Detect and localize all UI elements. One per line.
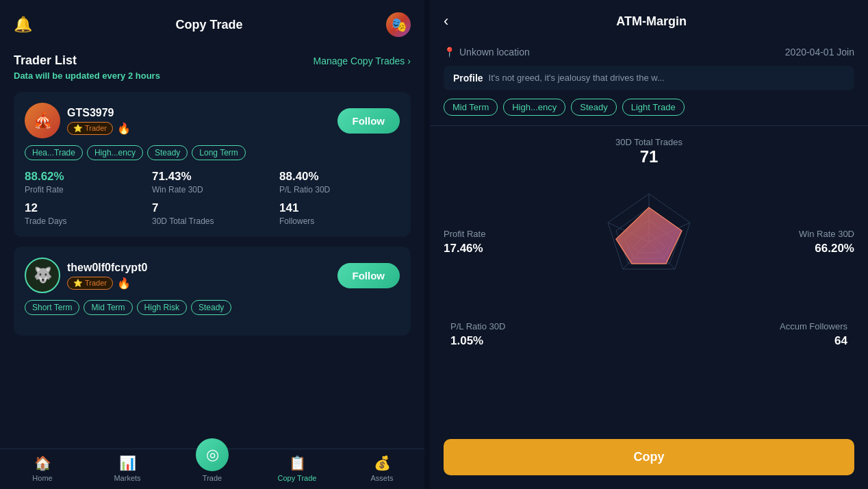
tag-high-ency-1: High...ency: [87, 145, 143, 160]
home-icon: 🏠: [34, 455, 51, 471]
total-trades-label: 30D Total Trades: [444, 137, 854, 147]
nav-copy-trade[interactable]: 📋 Copy Trade: [255, 455, 340, 482]
stat-trade-days-1: 12 Trade Days: [25, 201, 145, 226]
trade-days-1-label: Trade Days: [25, 216, 145, 226]
location-pin-icon: 📍: [444, 47, 455, 58]
pl-ratio-value-r: 1.05%: [450, 334, 505, 348]
trader-2-badges: ⭐ Trader 🔥: [67, 277, 147, 290]
trader-card-2: 🐺 thew0lf0fcrypt0 ⭐ Trader 🔥 Follo: [14, 247, 411, 336]
profile-section: 📍 Unkown location 2020-04-01 Join Profil…: [430, 40, 868, 126]
nav-markets[interactable]: 📊 Markets: [85, 455, 170, 482]
right-header-title: ATM-Margin: [448, 14, 854, 29]
stat-profit-rate-1: 88.62% Profit Rate: [25, 170, 145, 195]
radar-container: Profit Rate 17.46%: [444, 173, 854, 310]
trader-1-avatar: 🎪: [25, 103, 60, 138]
nav-home[interactable]: 🏠 Home: [0, 455, 85, 482]
fire-icon-1: 🔥: [117, 122, 131, 135]
copy-trade-icon: 📋: [289, 455, 306, 471]
follow-btn-1[interactable]: Follow: [337, 108, 400, 134]
trader-1-badges: ⭐ Trader 🔥: [67, 122, 131, 135]
pl-ratio-1-value: 88.40%: [279, 170, 400, 184]
nav-trade-label: Trade: [203, 474, 222, 482]
nav-assets[interactable]: 💰 Assets: [340, 455, 424, 482]
tag-short-term: Short Term: [25, 300, 79, 315]
trader-1-name: GTS3979: [67, 107, 131, 119]
svg-marker-9: [616, 208, 682, 264]
nav-trade[interactable]: ◎ Trade: [170, 455, 255, 482]
trader-1-info: GTS3979 ⭐ Trader 🔥: [67, 107, 131, 135]
location-left: 📍 Unkown location: [444, 47, 530, 58]
tag-steady-1: Steady: [147, 145, 188, 160]
tag-long-term: Long Term: [192, 145, 245, 160]
radar-left-stats: Profit Rate 17.46%: [444, 229, 533, 255]
trader-2-left: 🐺 thew0lf0fcrypt0 ⭐ Trader 🔥: [25, 258, 147, 293]
bottom-nav: 🏠 Home 📊 Markets ◎ Trade 📋 Copy Trade 💰 …: [0, 449, 424, 489]
profile-text: It's not greed, it's jealousy that drive…: [489, 73, 665, 84]
profit-rate-1-value: 88.62%: [25, 170, 145, 184]
trader-1-stats-bottom: 12 Trade Days 7 30D Total Trades 141 Fol…: [25, 201, 400, 226]
right-tag-steady: Steady: [571, 99, 616, 116]
left-panel: 🔔 Copy Trade 🎭 Trader List Manage Copy T…: [0, 0, 424, 489]
trade-days-1-value: 12: [25, 201, 145, 215]
total-trades-value: 71: [444, 147, 854, 166]
right-panel: ‹ ATM-Margin 📍 Unkown location 2020-04-0…: [430, 0, 868, 489]
left-header-title: Copy Trade: [175, 18, 242, 32]
panel-divider: [424, 0, 430, 489]
trader-1-left: 🎪 GTS3979 ⭐ Trader 🔥: [25, 103, 131, 138]
markets-icon: 📊: [119, 455, 136, 471]
update-text: Data will be updated every 2 hours: [14, 71, 411, 81]
total-trades-1-label: 30D Total Trades: [152, 216, 272, 226]
right-tag-high-ency: High...ency: [503, 99, 565, 116]
radar-chart: [580, 173, 717, 310]
profit-rate-1-label: Profit Rate: [25, 185, 145, 195]
user-avatar[interactable]: 🎭: [386, 12, 411, 37]
tag-high-risk: High Risk: [137, 300, 187, 315]
trader-2-avatar: 🐺: [25, 258, 60, 293]
followers-1-value: 141: [279, 201, 400, 215]
nav-assets-label: Assets: [370, 474, 393, 482]
tag-steady-2: Steady: [191, 300, 231, 315]
trader-list-section: Trader List Manage Copy Trades › Data wi…: [0, 47, 424, 449]
stat-total-trades-1: 7 30D Total Trades: [152, 201, 272, 226]
stat-followers-1: 141 Followers: [279, 201, 400, 226]
trader-2-info: thew0lf0fcrypt0 ⭐ Trader 🔥: [67, 262, 147, 290]
location-row: 📍 Unkown location 2020-04-01 Join: [444, 47, 854, 58]
trader-1-stats-top: 88.62% Profit Rate 71.43% Win Rate 30D 8…: [25, 170, 400, 195]
tag-hea-trade: Hea...Trade: [25, 145, 83, 160]
trader-list-title: Trader List: [14, 53, 77, 68]
manage-copy-trades-link[interactable]: Manage Copy Trades ›: [313, 55, 411, 66]
right-tag-light-trade: Light Trade: [622, 99, 685, 116]
total-trades-row: 30D Total Trades 71: [444, 137, 854, 166]
fire-icon-2: 🔥: [117, 277, 131, 290]
win-rate-label-r: Win Rate 30D: [799, 229, 854, 239]
trader-2-badge: ⭐ Trader: [67, 277, 113, 290]
win-rate-1-label: Win Rate 30D: [152, 185, 272, 195]
join-date: 2020-04-01 Join: [785, 47, 854, 58]
right-header: ‹ ATM-Margin: [430, 0, 868, 40]
copy-btn-container: Copy: [430, 429, 868, 489]
back-button[interactable]: ‹: [444, 12, 448, 30]
copy-button[interactable]: Copy: [444, 439, 854, 475]
trader-1-tags: Hea...Trade High...ency Steady Long Term: [25, 145, 400, 160]
follow-btn-2[interactable]: Follow: [337, 263, 400, 288]
nav-home-label: Home: [32, 474, 52, 482]
pl-ratio-label-r: P/L Ratio 30D: [450, 321, 505, 331]
bottom-stats: P/L Ratio 30D 1.05% Accum Followers 64: [444, 321, 854, 348]
win-rate-1-value: 71.43%: [152, 170, 272, 184]
profit-rate-value-r: 17.46%: [444, 242, 533, 255]
bell-icon[interactable]: 🔔: [14, 16, 32, 34]
left-header: 🔔 Copy Trade 🎭: [0, 0, 424, 47]
nav-markets-label: Markets: [114, 474, 140, 482]
trade-circle: ◎: [196, 438, 229, 471]
bottom-stat-pl: P/L Ratio 30D 1.05%: [450, 321, 505, 348]
pl-ratio-1-label: P/L Ratio 30D: [279, 185, 400, 195]
stats-section: 30D Total Trades 71 Profit Rate 17.46%: [430, 126, 868, 429]
location-text: Unkown location: [459, 47, 530, 58]
tag-mid-term-2: Mid Term: [84, 300, 132, 315]
win-rate-value-r: 66.20%: [815, 242, 854, 255]
profile-label: Profile: [453, 73, 483, 84]
profit-rate-label-r: Profit Rate: [444, 229, 533, 239]
stat-pl-ratio-1: 88.40% P/L Ratio 30D: [279, 170, 400, 195]
total-trades-1-value: 7: [152, 201, 272, 215]
assets-icon: 💰: [374, 455, 391, 471]
